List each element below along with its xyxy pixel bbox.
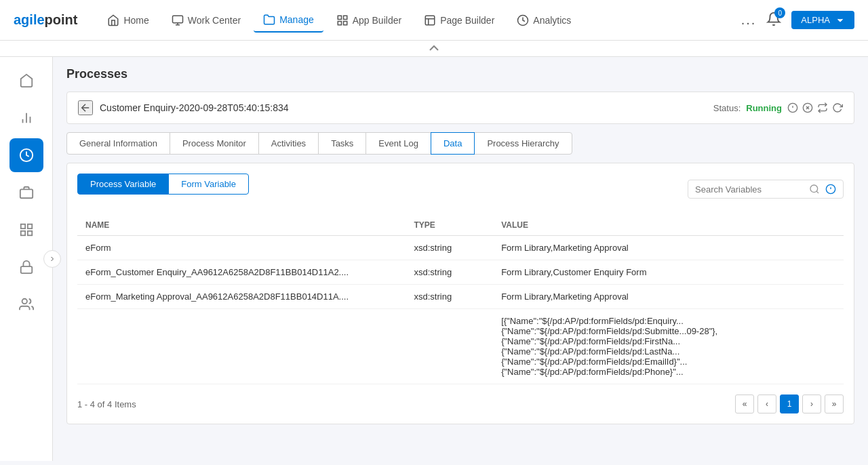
svg-rect-17	[27, 224, 31, 228]
transfer-button[interactable]	[817, 102, 828, 113]
page-1-button[interactable]: 1	[780, 395, 799, 413]
stop-icon	[802, 102, 813, 113]
arrow-left-icon	[79, 102, 92, 114]
briefcase-icon	[19, 185, 34, 200]
home-icon	[107, 14, 119, 26]
logo[interactable]: agilepoint	[14, 12, 77, 28]
home-icon	[19, 73, 34, 88]
sidebar	[0, 57, 53, 461]
svg-rect-20	[20, 266, 32, 273]
status-area: Status: Running	[713, 102, 843, 113]
chart-icon	[19, 110, 34, 125]
tab-activities[interactable]: Activities	[258, 132, 319, 155]
prev-page-button[interactable]: ‹	[757, 395, 776, 413]
tab-data[interactable]: Data	[431, 132, 475, 155]
sidebar-item-processes[interactable]	[9, 138, 43, 172]
nav-right: ... 0 ALPHA	[741, 11, 854, 29]
var-tabs: Process Variable Form Variable	[77, 174, 249, 195]
first-page-button[interactable]: «	[735, 395, 754, 413]
table-row: [{"Name":"${/pd:AP/pd:formFields/pd:Enqu…	[77, 309, 844, 384]
sidebar-item-dashboard[interactable]	[9, 64, 43, 98]
back-button[interactable]	[78, 100, 93, 115]
tab-monitor[interactable]: Process Monitor	[170, 132, 259, 155]
collapse-button[interactable]	[429, 43, 439, 54]
monitor-icon	[172, 14, 184, 26]
svg-rect-19	[27, 231, 31, 235]
notification-button[interactable]: 0	[766, 12, 781, 28]
chevron-down-icon	[835, 16, 845, 25]
nav-work-center[interactable]: Work Center	[162, 9, 250, 32]
tab-hierarchy[interactable]: Process Hierarchy	[474, 132, 572, 155]
status-icons	[787, 102, 843, 113]
collapse-bar	[0, 41, 868, 57]
nav-home[interactable]: Home	[98, 9, 158, 32]
user-menu-button[interactable]: ALPHA	[791, 11, 854, 29]
chevron-right-icon	[48, 255, 56, 263]
transfer-icon	[817, 102, 828, 113]
var-tab-process[interactable]: Process Variable	[77, 174, 169, 195]
info-circle-icon[interactable]	[825, 184, 836, 195]
tab-eventlog[interactable]: Event Log	[366, 132, 431, 155]
cell-name	[77, 309, 406, 384]
nav-more-button[interactable]: ...	[741, 12, 757, 28]
nav-page-builder[interactable]: Page Builder	[414, 9, 504, 32]
search-input[interactable]	[695, 184, 804, 195]
svg-rect-15	[20, 189, 32, 198]
process-header: Customer Enquiry-2020-09-28T05:40:15:834…	[66, 92, 854, 124]
svg-rect-0	[172, 16, 182, 23]
main-content: Processes Customer Enquiry-2020-09-28T05…	[53, 57, 868, 461]
top-navigation: agilepoint Home Work Center Manage App B…	[0, 0, 868, 41]
cell-name: eForm_Marketing Approval_AA9612A6258A2D8…	[77, 285, 406, 309]
tab-tasks[interactable]: Tasks	[318, 132, 366, 155]
svg-rect-6	[343, 21, 347, 24]
folder-icon	[263, 14, 275, 26]
status-label: Status:	[713, 103, 741, 113]
sidebar-item-tasks[interactable]	[9, 176, 43, 209]
chevron-up-icon	[429, 45, 439, 52]
cell-type: xsd:string	[406, 236, 494, 260]
users-icon	[19, 297, 34, 312]
pagination-info: 1 - 4 of 4 Items	[77, 399, 136, 409]
next-page-button[interactable]: ›	[802, 395, 821, 413]
cell-value: Form Library,Marketing Approval	[493, 285, 844, 309]
svg-rect-5	[338, 21, 341, 24]
layout-icon	[424, 14, 436, 26]
stop-button[interactable]	[802, 102, 813, 113]
var-tab-form[interactable]: Form Variable	[168, 174, 249, 195]
tabs-container: General Information Process Monitor Acti…	[66, 132, 854, 155]
page-title: Processes	[66, 67, 854, 81]
table-row: eForm_Customer Enquiry_AA9612A6258A2D8F1…	[77, 260, 844, 285]
svg-line-30	[816, 191, 818, 193]
sidebar-toggle[interactable]	[43, 250, 61, 268]
process-name: Customer Enquiry-2020-09-28T05:40:15:834	[100, 102, 707, 113]
sidebar-item-users[interactable]	[9, 287, 43, 321]
nav-analytics[interactable]: Analytics	[507, 9, 580, 32]
sidebar-item-reports[interactable]	[9, 101, 43, 135]
cell-type: xsd:string	[406, 260, 494, 285]
table-scroll: NAME TYPE VALUE eFormxsd:stringForm Libr…	[77, 215, 844, 384]
svg-rect-3	[338, 16, 341, 19]
cell-value: Form Library,Marketing Approval	[493, 236, 844, 260]
nav-app-builder[interactable]: App Builder	[327, 9, 411, 32]
svg-rect-18	[20, 231, 24, 235]
search-area	[688, 180, 844, 199]
variables-table: NAME TYPE VALUE eFormxsd:stringForm Libr…	[77, 215, 844, 384]
info-button[interactable]	[787, 102, 798, 113]
refresh-button[interactable]	[832, 102, 843, 113]
tab-general[interactable]: General Information	[66, 132, 170, 155]
col-type: TYPE	[406, 215, 494, 236]
sidebar-item-security[interactable]	[9, 250, 43, 284]
table-row: eForm_Marketing Approval_AA9612A6258A2D8…	[77, 285, 844, 309]
svg-point-29	[810, 185, 818, 193]
table-container: NAME TYPE VALUE eFormxsd:stringForm Libr…	[77, 215, 844, 384]
cell-type	[406, 309, 494, 384]
nav-manage[interactable]: Manage	[254, 8, 323, 33]
data-section: Process Variable Form Variable NAME	[66, 163, 854, 424]
search-icon[interactable]	[809, 184, 820, 195]
last-page-button[interactable]: »	[825, 395, 844, 413]
grid-icon	[336, 14, 349, 26]
cell-name: eForm	[77, 236, 406, 260]
table-header-row: NAME TYPE VALUE	[77, 215, 844, 236]
svg-point-21	[22, 299, 26, 304]
sidebar-item-apps[interactable]	[9, 213, 43, 247]
